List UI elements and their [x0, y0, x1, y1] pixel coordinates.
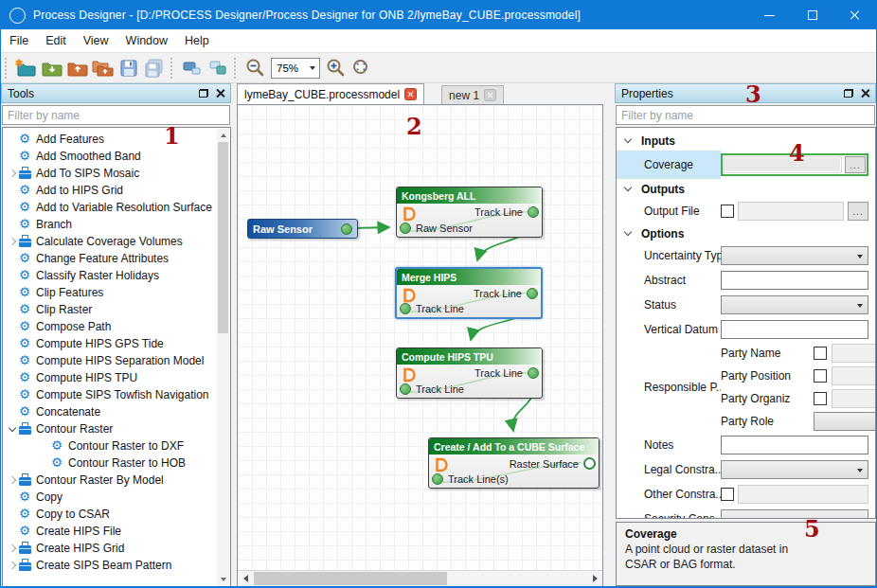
import-button[interactable] — [64, 56, 90, 80]
tool-item-create-hips-file[interactable]: ⚙Create HIPS File — [3, 523, 217, 540]
tool-item-clip-raster[interactable]: ⚙Clip Raster — [3, 301, 217, 318]
node-raw-sensor[interactable]: Raw Sensor — [247, 219, 358, 239]
menu-file[interactable]: File — [1, 29, 37, 52]
input-port[interactable] — [400, 303, 411, 314]
scroll-up-icon[interactable] — [217, 129, 229, 141]
process-canvas[interactable]: Raw Sensor Kongsberg ALL Track Line — [237, 104, 603, 587]
tool-item-calculate-coverage-volumes[interactable]: Calculate Coverage Volumes — [3, 233, 217, 250]
output-port[interactable] — [527, 288, 538, 299]
output-port-row[interactable]: Track Line — [474, 288, 538, 299]
close-tab-icon[interactable] — [484, 89, 496, 101]
output-file-browse-button[interactable]: ... — [848, 202, 868, 221]
output-port[interactable] — [341, 223, 352, 235]
tool-item-contour-raster-by-model[interactable]: Contour Raster By Model — [3, 472, 217, 489]
new-file-button[interactable]: ✱ — [13, 56, 39, 80]
close-button[interactable] — [833, 1, 876, 29]
tab-new-1[interactable]: new 1 — [441, 85, 504, 104]
coverage-browse-button[interactable]: ... — [845, 156, 866, 173]
scroll-left-icon[interactable] — [238, 571, 253, 586]
save-button[interactable] — [116, 56, 141, 80]
chevron-collapsed-icon[interactable] — [5, 545, 19, 551]
tool-item-contour-raster-to-dxf[interactable]: ⚙Contour Raster to DXF — [3, 437, 217, 454]
tool-item-create-sips-beam-pattern[interactable]: Create SIPS Beam Pattern — [3, 557, 217, 574]
output-port[interactable] — [528, 206, 539, 218]
output-port[interactable] — [528, 367, 539, 379]
chevron-expanded-icon[interactable] — [624, 135, 632, 143]
tool-item-create-hips-grid[interactable]: Create HIPS Grid — [3, 540, 217, 557]
close-panel-icon[interactable] — [861, 89, 869, 98]
tool-item-branch[interactable]: ⚙Branch — [3, 216, 217, 233]
coverage-field[interactable] — [724, 156, 842, 173]
tab-lymebay-cube[interactable]: lymeBay_CUBE.processmodel — [237, 83, 424, 104]
party-name-checkbox[interactable] — [814, 347, 827, 360]
tool-item-compute-hips-tpu[interactable]: ⚙Compute HIPS TPU — [3, 369, 217, 386]
open-model-button[interactable] — [39, 56, 64, 80]
properties-filter-input[interactable] — [616, 105, 875, 125]
zoom-level-combobox[interactable]: 75% — [271, 58, 320, 79]
notes-field[interactable] — [721, 436, 868, 454]
property-group-inputs[interactable]: Inputs — [617, 131, 875, 151]
node-compute-hips-tpu[interactable]: Compute HIPS TPU Track Line Track Li — [396, 347, 543, 399]
input-port-row[interactable]: Track Line — [400, 383, 464, 395]
party-role-dropdown[interactable] — [814, 412, 876, 431]
menu-window[interactable]: Window — [117, 29, 176, 52]
input-port-row[interactable]: Track Line(s) — [432, 473, 509, 485]
node-kongsberg-all[interactable]: Kongsberg ALL Track Line Raw Sensor — [396, 187, 543, 238]
tools-filter-input[interactable] — [2, 105, 230, 125]
chevron-collapsed-icon[interactable] — [5, 477, 19, 483]
tool-item-clip-features[interactable]: ⚙Clip Features — [3, 284, 217, 301]
tool-item-contour-raster[interactable]: Contour Raster — [3, 420, 217, 437]
scrollbar-thumb[interactable] — [218, 142, 228, 333]
send-backward-button[interactable] — [205, 56, 230, 80]
node-create-cube-surface[interactable]: Create / Add To a CUBE Surface Raster Su… — [428, 437, 600, 489]
chevron-collapsed-icon[interactable] — [5, 239, 19, 244]
zoom-fit-button[interactable] — [349, 56, 374, 80]
minimize-button[interactable] — [748, 1, 791, 29]
tools-panel-header[interactable]: Tools — [1, 83, 231, 103]
party-position-checkbox[interactable] — [814, 369, 827, 383]
input-port-row[interactable]: Track Line — [400, 303, 464, 314]
tool-item-copy[interactable]: ⚙Copy — [3, 489, 217, 506]
tools-scrollbar[interactable] — [217, 129, 229, 585]
scroll-down-icon[interactable] — [217, 573, 229, 585]
export-button[interactable] — [90, 56, 116, 80]
chevron-expanded-icon[interactable] — [624, 228, 632, 236]
close-panel-icon[interactable] — [216, 89, 224, 98]
other-constra-checkbox[interactable] — [721, 488, 734, 501]
tool-item-add-smoothed-band[interactable]: ⚙Add Smoothed Band — [3, 148, 217, 165]
input-port[interactable] — [400, 383, 411, 395]
menu-edit[interactable]: Edit — [37, 29, 75, 52]
chevron-collapsed-icon[interactable] — [5, 562, 19, 568]
party-organiz-checkbox[interactable] — [814, 392, 827, 405]
tool-item-copy-to-csar[interactable]: ⚙Copy to CSAR — [3, 506, 217, 523]
float-panel-icon[interactable] — [844, 89, 853, 98]
property-group-options[interactable]: Options — [617, 223, 875, 243]
output-port-row[interactable]: Raster Surface — [510, 457, 596, 470]
tool-item-compute-hips-separation-model[interactable]: ⚙Compute HIPS Separation Model — [3, 352, 217, 369]
uncertainty-type-dropdown[interactable] — [721, 246, 868, 265]
vertical-datum-field[interactable] — [721, 320, 868, 339]
menu-help[interactable]: Help — [176, 29, 218, 52]
chevron-expanded-icon[interactable] — [624, 184, 632, 191]
chevron-collapsed-icon[interactable] — [5, 170, 19, 176]
output-port-row[interactable]: Track Line — [474, 206, 539, 218]
tool-item-add-to-sips-mosaic[interactable]: Add To SIPS Mosaic — [3, 165, 217, 182]
zoom-in-button[interactable] — [323, 56, 349, 80]
input-port[interactable] — [432, 473, 443, 485]
right-splitter[interactable] — [603, 83, 615, 587]
tool-item-change-feature-attributes[interactable]: ⚙Change Feature Attributes — [3, 250, 217, 267]
tool-item-classify-raster-holidays[interactable]: ⚙Classify Raster Holidays — [3, 267, 217, 284]
chevron-expanded-icon[interactable] — [5, 428, 19, 431]
save-all-button[interactable] — [141, 56, 167, 80]
legal-constra-dropdown[interactable] — [721, 460, 868, 479]
output-file-checkbox[interactable] — [721, 205, 734, 218]
status-dropdown[interactable] — [721, 295, 868, 314]
node-merge-hips[interactable]: Merge HIPS Track Line Track Line — [395, 267, 543, 319]
input-port-row[interactable]: Raw Sensor — [400, 223, 473, 234]
tool-item-compute-sips-towfish-navigation[interactable]: ⚙Compute SIPS Towfish Navigation — [3, 386, 217, 403]
canvas-horizontal-scrollbar[interactable] — [238, 570, 602, 586]
output-port-row[interactable]: Track Line — [474, 367, 539, 379]
tool-item-compute-hips-gps-tide[interactable]: ⚙Compute HIPS GPS Tide — [3, 335, 217, 352]
tool-item-add-features[interactable]: ⚙Add Features — [3, 131, 217, 148]
float-panel-icon[interactable] — [199, 89, 208, 98]
